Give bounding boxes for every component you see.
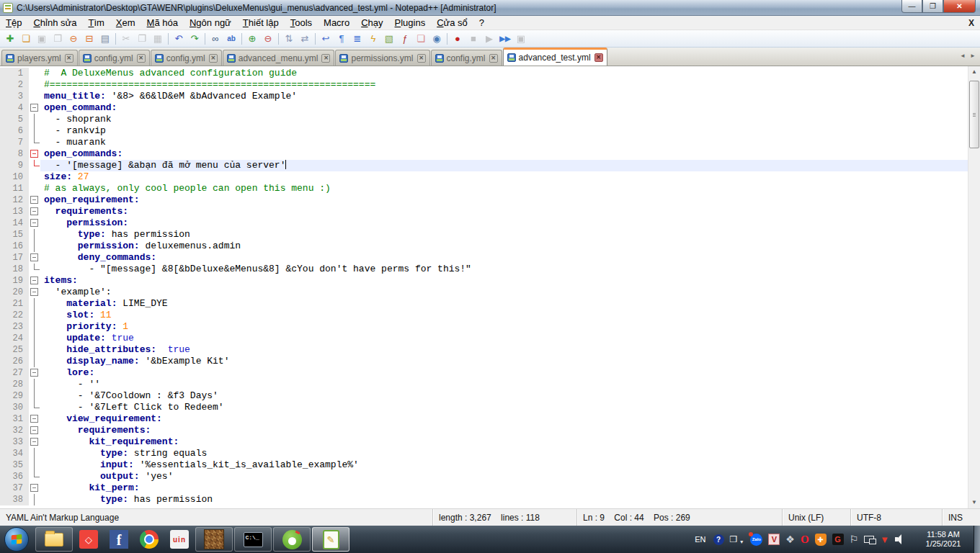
- code-line[interactable]: 8open_commands:: [0, 148, 968, 160]
- code-line[interactable]: 26 display_name: '&bExample Kit': [0, 356, 968, 367]
- code-line[interactable]: 14 permission:: [0, 217, 968, 229]
- dropbox-tray-icon[interactable]: ❖: [785, 534, 795, 545]
- code-line[interactable]: 7 - muarank: [0, 137, 968, 148]
- taskbar-coccoc[interactable]: [273, 527, 311, 552]
- fold-margin[interactable]: [29, 148, 40, 160]
- menu-item[interactable]: Macro: [318, 17, 355, 29]
- tab-config.yml[interactable]: config.yml✕: [79, 50, 150, 66]
- language-indicator[interactable]: EN: [690, 535, 710, 544]
- doc-map-icon[interactable]: ▧: [381, 32, 397, 46]
- menu-item[interactable]: Ngôn ngữ: [184, 17, 237, 29]
- menu-item[interactable]: Chỉnh sửa: [27, 17, 82, 29]
- code-line[interactable]: 4open_command:: [0, 102, 968, 114]
- code-line[interactable]: 27 lore:: [0, 367, 968, 379]
- code-line[interactable]: 17 deny_commands:: [0, 252, 968, 264]
- user-lang-icon[interactable]: ϟ: [365, 32, 381, 46]
- garena-tray-icon[interactable]: G: [832, 534, 844, 545]
- fold-margin[interactable]: [29, 206, 40, 217]
- code-line[interactable]: 28 - '': [0, 379, 968, 390]
- menu-item[interactable]: Cửa sổ: [431, 17, 473, 29]
- code-line[interactable]: 1# A DeluxeMenus advanced configuration …: [0, 68, 968, 79]
- code-line[interactable]: 24 update: true: [0, 333, 968, 344]
- indent-guide-icon[interactable]: ≣: [349, 32, 365, 46]
- zalo-tray-icon[interactable]: Zalo: [750, 534, 762, 546]
- fold-margin[interactable]: [29, 425, 40, 436]
- code-line[interactable]: 10size: 27: [0, 171, 968, 183]
- code-line[interactable]: 18 - "[message] &8[&bDeluxe&eMenus&8] &c…: [0, 264, 968, 275]
- taskbar-explorer[interactable]: [35, 527, 73, 552]
- tab-scroll-arrows-icon[interactable]: ◄ ►: [960, 53, 977, 59]
- code-line[interactable]: 15 type: has permission: [0, 229, 968, 240]
- taskbar-clock[interactable]: 11:58 AM 1/25/2021: [915, 526, 971, 553]
- opera-tray-icon[interactable]: O: [801, 534, 809, 546]
- record-macro-icon[interactable]: ●: [450, 32, 466, 46]
- redo-icon[interactable]: ↷: [187, 32, 202, 46]
- menu-close-document-icon[interactable]: X: [968, 18, 974, 28]
- code-line[interactable]: 2#======================================…: [0, 79, 968, 91]
- action-center-flag-icon[interactable]: ⚐: [850, 534, 859, 545]
- fold-margin[interactable]: [29, 217, 40, 229]
- taskbar-notepadpp[interactable]: [312, 527, 349, 552]
- code-line[interactable]: 29 - '&7Cooldown : &f3 Days': [0, 390, 968, 402]
- menu-item[interactable]: Chạy: [355, 17, 388, 29]
- vertical-scrollbar[interactable]: ▲ ▼: [968, 66, 980, 508]
- code-line[interactable]: 21 material: LIME_DYE: [0, 298, 968, 310]
- tab-config.yml[interactable]: config.yml✕: [431, 50, 502, 66]
- open-file-icon[interactable]: ❏: [18, 32, 34, 46]
- code-line[interactable]: 33 kit_requirement:: [0, 436, 968, 448]
- code-line[interactable]: 16 permission: deluxemenus.admin: [0, 240, 968, 252]
- tab-close-icon[interactable]: ✕: [594, 53, 603, 62]
- zoom-in-icon[interactable]: ⊕: [244, 32, 260, 46]
- menu-item[interactable]: Tools: [285, 17, 318, 29]
- tray-expand-icon[interactable]: ▾: [740, 539, 743, 545]
- menu-item[interactable]: Thiết lập: [237, 17, 285, 29]
- menu-item[interactable]: Tệp: [0, 17, 27, 29]
- scroll-up-icon[interactable]: ▲: [968, 66, 980, 78]
- taskbar-cmd[interactable]: C:\_: [234, 527, 272, 552]
- tab-close-icon[interactable]: ✕: [417, 54, 426, 63]
- volume-tray-icon[interactable]: [895, 534, 906, 544]
- fold-margin[interactable]: [29, 252, 40, 264]
- code-line[interactable]: 3menu_title: '&8> &6&lD&eM &bAdvanced Ex…: [0, 91, 968, 102]
- show-all-chars-icon[interactable]: ¶: [334, 32, 349, 46]
- code-line[interactable]: 34 type: string equals: [0, 448, 968, 459]
- code-line[interactable]: 30 - '&7Left Click to Redeem': [0, 402, 968, 413]
- tab-close-icon[interactable]: ✕: [489, 54, 498, 63]
- code-line[interactable]: 31 view_requirement:: [0, 413, 968, 425]
- fold-margin[interactable]: [29, 413, 40, 425]
- tab-advanced_test.yml[interactable]: advanced_test.yml✕: [503, 48, 607, 66]
- menu-item[interactable]: Plugins: [389, 17, 432, 29]
- tab-players.yml[interactable]: players.yml✕: [1, 50, 78, 66]
- multi-play-macro-icon[interactable]: ▶▶: [497, 32, 513, 46]
- code-line[interactable]: 37 kit_perm:: [0, 482, 968, 494]
- taskbar-chrome[interactable]: [135, 527, 164, 552]
- menu-item[interactable]: Mã hóa: [141, 17, 184, 29]
- menu-item[interactable]: ?: [473, 17, 490, 29]
- start-button[interactable]: [4, 527, 29, 552]
- fold-margin[interactable]: [29, 436, 40, 448]
- fold-margin[interactable]: [29, 287, 40, 298]
- fold-margin[interactable]: [29, 194, 40, 206]
- folder-workspace-icon[interactable]: ❏: [413, 32, 429, 46]
- undo-icon[interactable]: ↶: [171, 32, 187, 46]
- code-line[interactable]: 12open_requirement:: [0, 194, 968, 206]
- minimize-button[interactable]: —: [901, 0, 922, 13]
- taskbar-unikey[interactable]: uin: [165, 527, 194, 552]
- code-line[interactable]: 35 input: '%essentials_kit_is_available_…: [0, 459, 968, 471]
- menu-item[interactable]: Xem: [110, 17, 141, 29]
- function-list-icon[interactable]: ƒ: [397, 32, 413, 46]
- code-line[interactable]: 11# as always, only cool people can open…: [0, 183, 968, 194]
- close-button[interactable]: ✕: [943, 0, 976, 13]
- close-doc-icon[interactable]: ⊖: [66, 32, 81, 46]
- fold-margin[interactable]: [29, 275, 40, 287]
- show-desktop-button[interactable]: [974, 526, 980, 553]
- tab-config.yml[interactable]: config.yml✕: [151, 50, 222, 66]
- code-line[interactable]: 38 type: has permission: [0, 494, 968, 505]
- scroll-down-icon[interactable]: ▼: [968, 497, 980, 508]
- download-manager-icon[interactable]: ▼: [880, 534, 889, 545]
- tab-close-icon[interactable]: ✕: [137, 54, 146, 63]
- close-all-docs-icon[interactable]: ⊟: [81, 32, 97, 46]
- restore-button[interactable]: ❐: [922, 0, 943, 13]
- code-line[interactable]: 20 'example':: [0, 287, 968, 298]
- tab-close-icon[interactable]: ✕: [65, 54, 74, 63]
